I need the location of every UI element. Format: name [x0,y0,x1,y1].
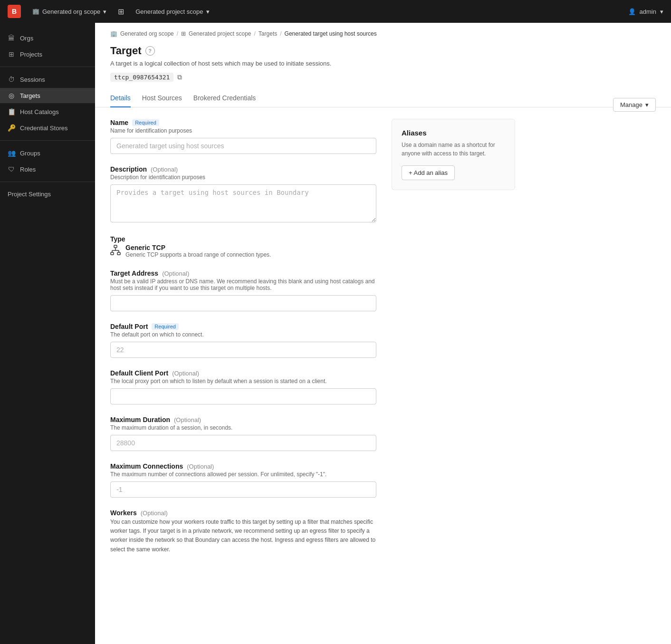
max-connections-section: Maximum Connections (Optional) The maxim… [110,462,376,498]
sidebar-item-targets[interactable]: ◎ Targets [0,88,95,103]
default-client-port-input[interactable] [110,388,376,404]
manage-chevron: ▾ [645,101,649,108]
main-content: 🏢 Generated org scope / ⊞ Generated proj… [95,23,671,644]
type-row: Generic TCP Generic TCP supports a broad… [110,244,376,258]
add-alias-button[interactable]: + Add an alias [402,165,455,180]
page-header-wrap: Target ? A target is a logical collectio… [95,37,671,82]
sidebar-item-label: Sessions [20,76,45,83]
sidebar-item-label: Host Catalogs [20,108,59,115]
id-row: ttcp_0987654321 ⧉ [110,73,656,82]
sidebar-item-label: Targets [20,92,40,99]
sidebar-item-label: Project Settings [8,191,51,198]
sidebar-item-label: Groups [20,150,40,157]
user-menu[interactable]: 👤 admin ▾ [628,8,663,15]
roles-icon: 🛡 [8,165,15,173]
aliases-title: Aliases [402,129,505,137]
credential-stores-icon: 🔑 [8,124,15,132]
page-header: Target ? A target is a logical collectio… [95,37,671,82]
default-port-description: The default port on which to connect. [110,331,376,338]
default-port-input[interactable] [110,342,376,358]
user-label: admin [640,8,656,15]
help-icon[interactable]: ? [145,46,155,56]
host-catalogs-icon: 📋 [8,108,15,115]
target-address-section: Target Address (Optional) Must be a vali… [110,269,376,311]
target-address-input[interactable] [110,295,376,311]
sidebar-divider-3 [0,182,95,182]
content-body: Name Required Name for identification pu… [95,107,671,577]
sidebar-item-project-settings[interactable]: Project Settings [0,187,95,202]
projects-icon: ⊞ [8,50,15,58]
target-address-description: Must be a valid IP address or DNS name. … [110,278,376,291]
name-input[interactable] [110,138,376,154]
workers-label: Workers (Optional) [110,509,376,517]
workers-section: Workers (Optional) You can customize how… [110,509,376,554]
project-scope-selector[interactable]: Generated project scope ▾ [132,6,213,17]
breadcrumb-sep-1: / [177,30,178,37]
org-scope-icon: 🏢 [32,8,39,15]
breadcrumb-project-icon: ⊞ [181,30,186,37]
target-id: ttcp_0987654321 [110,73,173,82]
tab-host-sources[interactable]: Host Sources [142,89,182,107]
name-description: Name for identification purposes [110,127,376,134]
tab-brokered-credentials[interactable]: Brokered Credentials [193,89,256,107]
sidebar-item-host-catalogs[interactable]: 📋 Host Catalogs [0,104,95,119]
org-scope-chevron: ▾ [103,8,106,15]
project-scope-chevron: ▾ [206,8,210,15]
default-client-port-description: The local proxy port on which to listen … [110,378,376,384]
sidebar-item-sessions[interactable]: ⏱ Sessions [0,72,95,87]
type-desc: Generic TCP supports a broad range of co… [125,251,271,258]
page-subtitle: A target is a logical collection of host… [110,60,656,67]
breadcrumb-project-link[interactable]: Generated project scope [189,30,251,37]
type-info: Generic TCP Generic TCP supports a broad… [125,244,271,258]
org-scope-selector[interactable]: 🏢 Generated org scope ▾ [29,6,110,17]
sidebar-item-projects[interactable]: ⊞ Projects [0,47,95,62]
description-label: Description (Optional) [110,165,376,173]
sidebar-item-label: Projects [20,51,42,58]
default-port-section: Default Port Required The default port o… [110,323,376,358]
max-connections-description: The maximum number of connections allowe… [110,471,376,478]
manage-button[interactable]: Manage ▾ [613,98,656,112]
max-duration-input[interactable] [110,435,376,451]
name-required-badge: Required [132,119,159,126]
page-title-row: Target ? [110,45,656,57]
sidebar-item-label: Credential Stores [20,125,67,132]
breadcrumb-sep-2: / [254,30,256,37]
groups-icon: 👥 [8,149,15,157]
sidebar-item-roles[interactable]: 🛡 Roles [0,162,95,177]
breadcrumb-org-link[interactable]: Generated org scope [120,30,174,37]
tab-details[interactable]: Details [110,89,131,107]
breadcrumb-current: Generated target using host sources [285,30,377,37]
description-description: Description for identification purposes [110,174,376,181]
sidebar-item-credential-stores[interactable]: 🔑 Credential Stores [0,120,95,135]
copy-icon[interactable]: ⧉ [177,73,182,81]
sidebar-divider-2 [0,140,95,141]
tabs: Details Host Sources Brokered Credential… [95,89,671,107]
max-connections-input[interactable] [110,481,376,498]
max-duration-section: Maximum Duration (Optional) The maximum … [110,416,376,451]
type-section: Type [110,235,376,258]
sidebar-item-groups[interactable]: 👥 Groups [0,145,95,161]
aliases-description: Use a domain name as a shortcut for anyo… [402,141,505,158]
breadcrumb-targets-link[interactable]: Targets [259,30,277,37]
type-name: Generic TCP [125,244,271,251]
tcp-icon [110,245,121,258]
sidebar: 🏛 Orgs ⊞ Projects ⏱ Sessions ◎ Targets 📋… [0,23,95,644]
description-input[interactable] [110,184,376,222]
target-address-label: Target Address (Optional) [110,269,376,277]
type-label: Type [110,235,376,243]
max-connections-label: Maximum Connections (Optional) [110,462,376,470]
workers-description: You can customize how your workers route… [110,518,376,554]
sessions-icon: ⏱ [8,76,15,83]
org-scope-label: Generated org scope [42,8,100,15]
svg-rect-2 [117,252,120,255]
sidebar-item-label: Orgs [20,35,33,42]
description-section: Description (Optional) Description for i… [110,165,376,224]
name-label: Name Required [110,119,376,126]
app-logo: B [8,5,21,18]
default-client-port-label: Default Client Port (Optional) [110,369,376,377]
default-client-port-section: Default Client Port (Optional) The local… [110,369,376,404]
grid-icon: ⊞ [118,7,124,16]
breadcrumb-org-icon: 🏢 [110,30,117,37]
user-chevron: ▾ [660,8,663,15]
sidebar-item-orgs[interactable]: 🏛 Orgs [0,30,95,46]
